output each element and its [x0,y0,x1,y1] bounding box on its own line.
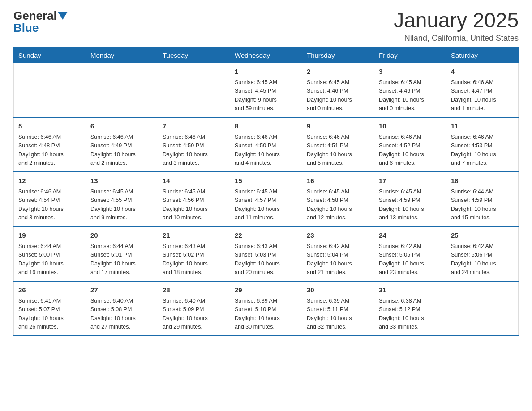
calendar-cell: 15Sunrise: 6:45 AMSunset: 4:57 PMDayligh… [230,172,302,227]
day-info: Sunrise: 6:46 AMSunset: 4:54 PMDaylight:… [18,188,81,223]
day-info: Sunrise: 6:46 AMSunset: 4:48 PMDaylight:… [18,133,81,168]
col-friday: Friday [374,47,446,63]
calendar-cell: 25Sunrise: 6:42 AMSunset: 5:06 PMDayligh… [446,227,519,281]
day-number: 2 [307,67,369,77]
day-number: 21 [163,231,225,241]
day-info: Sunrise: 6:46 AMSunset: 4:50 PMDaylight:… [235,133,297,168]
day-number: 24 [379,231,442,241]
day-info: Sunrise: 6:45 AMSunset: 4:57 PMDaylight:… [235,188,297,223]
day-number: 14 [163,176,225,186]
calendar-cell: 1Sunrise: 6:45 AMSunset: 4:45 PMDaylight… [230,63,302,117]
calendar-table: Sunday Monday Tuesday Wednesday Thursday… [13,47,519,336]
day-number: 26 [18,285,81,295]
day-info: Sunrise: 6:39 AMSunset: 5:11 PMDaylight:… [307,297,369,332]
calendar-cell: 7Sunrise: 6:46 AMSunset: 4:50 PMDaylight… [158,117,230,172]
day-info: Sunrise: 6:46 AMSunset: 4:49 PMDaylight:… [90,133,153,168]
header-row: Sunday Monday Tuesday Wednesday Thursday… [14,47,519,63]
day-info: Sunrise: 6:44 AMSunset: 5:01 PMDaylight:… [90,242,153,277]
col-saturday: Saturday [446,47,519,63]
day-number: 31 [379,285,442,295]
calendar-cell: 30Sunrise: 6:39 AMSunset: 5:11 PMDayligh… [302,281,374,336]
day-number: 27 [90,285,153,295]
title-section: January 2025 Niland, California, United … [394,9,519,43]
col-thursday: Thursday [302,47,374,63]
day-info: Sunrise: 6:42 AMSunset: 5:06 PMDaylight:… [451,242,514,277]
calendar-cell [158,63,230,117]
day-number: 3 [379,67,442,77]
day-info: Sunrise: 6:45 AMSunset: 4:45 PMDaylight:… [235,78,297,113]
col-tuesday: Tuesday [158,47,230,63]
day-info: Sunrise: 6:45 AMSunset: 4:56 PMDaylight:… [163,188,225,223]
calendar-cell: 11Sunrise: 6:46 AMSunset: 4:53 PMDayligh… [446,117,519,172]
calendar-cell: 2Sunrise: 6:45 AMSunset: 4:46 PMDaylight… [302,63,374,117]
day-info: Sunrise: 6:46 AMSunset: 4:52 PMDaylight:… [379,133,442,168]
day-number: 6 [90,121,153,132]
calendar-cell: 29Sunrise: 6:39 AMSunset: 5:10 PMDayligh… [230,281,302,336]
calendar-cell: 22Sunrise: 6:43 AMSunset: 5:03 PMDayligh… [230,227,302,281]
day-number: 1 [235,67,297,77]
day-info: Sunrise: 6:45 AMSunset: 4:58 PMDaylight:… [307,188,369,223]
calendar-cell: 31Sunrise: 6:38 AMSunset: 5:12 PMDayligh… [374,281,446,336]
day-number: 20 [90,231,153,241]
logo-blue: Blue [13,21,39,35]
calendar-cell: 23Sunrise: 6:42 AMSunset: 5:04 PMDayligh… [302,227,374,281]
day-number: 11 [451,121,514,132]
day-number: 22 [235,231,297,241]
col-monday: Monday [86,47,158,63]
day-number: 10 [379,121,442,132]
day-info: Sunrise: 6:39 AMSunset: 5:10 PMDaylight:… [235,297,297,332]
day-info: Sunrise: 6:46 AMSunset: 4:51 PMDaylight:… [307,133,369,168]
calendar-cell: 9Sunrise: 6:46 AMSunset: 4:51 PMDaylight… [302,117,374,172]
calendar-cell: 21Sunrise: 6:43 AMSunset: 5:02 PMDayligh… [158,227,230,281]
day-info: Sunrise: 6:46 AMSunset: 4:47 PMDaylight:… [451,78,514,113]
day-number: 8 [235,121,297,132]
day-info: Sunrise: 6:40 AMSunset: 5:09 PMDaylight:… [163,297,225,332]
day-info: Sunrise: 6:42 AMSunset: 5:04 PMDaylight:… [307,242,369,277]
svg-marker-0 [58,12,68,20]
day-number: 29 [235,285,297,295]
day-number: 25 [451,231,514,241]
calendar-week-1: 1Sunrise: 6:45 AMSunset: 4:45 PMDaylight… [14,63,519,117]
calendar-cell: 27Sunrise: 6:40 AMSunset: 5:08 PMDayligh… [86,281,158,336]
page-header: General Blue January 2025 Niland, Califo… [13,9,519,43]
col-wednesday: Wednesday [230,47,302,63]
calendar-cell: 20Sunrise: 6:44 AMSunset: 5:01 PMDayligh… [86,227,158,281]
day-number: 4 [451,67,514,77]
calendar-cell: 14Sunrise: 6:45 AMSunset: 4:56 PMDayligh… [158,172,230,227]
calendar-cell: 12Sunrise: 6:46 AMSunset: 4:54 PMDayligh… [14,172,86,227]
day-number: 30 [307,285,369,295]
calendar-cell: 13Sunrise: 6:45 AMSunset: 4:55 PMDayligh… [86,172,158,227]
calendar-cell: 24Sunrise: 6:42 AMSunset: 5:05 PMDayligh… [374,227,446,281]
calendar-week-4: 19Sunrise: 6:44 AMSunset: 5:00 PMDayligh… [14,227,519,281]
calendar-cell: 4Sunrise: 6:46 AMSunset: 4:47 PMDaylight… [446,63,519,117]
day-info: Sunrise: 6:45 AMSunset: 4:46 PMDaylight:… [379,78,442,113]
calendar-week-3: 12Sunrise: 6:46 AMSunset: 4:54 PMDayligh… [14,172,519,227]
day-number: 23 [307,231,369,241]
logo-triangle-icon [58,12,68,20]
day-info: Sunrise: 6:42 AMSunset: 5:05 PMDaylight:… [379,242,442,277]
day-number: 28 [163,285,225,295]
calendar-cell [86,63,158,117]
day-number: 15 [235,176,297,186]
day-number: 13 [90,176,153,186]
day-number: 12 [18,176,81,186]
day-info: Sunrise: 6:40 AMSunset: 5:08 PMDaylight:… [90,297,153,332]
day-info: Sunrise: 6:46 AMSunset: 4:53 PMDaylight:… [451,133,514,168]
day-info: Sunrise: 6:45 AMSunset: 4:46 PMDaylight:… [307,78,369,113]
day-number: 17 [379,176,442,186]
col-sunday: Sunday [14,47,86,63]
location: Niland, California, United States [394,34,519,43]
calendar-cell: 16Sunrise: 6:45 AMSunset: 4:58 PMDayligh… [302,172,374,227]
calendar-cell: 6Sunrise: 6:46 AMSunset: 4:49 PMDaylight… [86,117,158,172]
calendar-cell: 26Sunrise: 6:41 AMSunset: 5:07 PMDayligh… [14,281,86,336]
day-number: 5 [18,121,81,132]
day-number: 18 [451,176,514,186]
logo: General Blue [13,9,68,35]
day-number: 16 [307,176,369,186]
day-info: Sunrise: 6:44 AMSunset: 4:59 PMDaylight:… [451,188,514,223]
calendar-week-2: 5Sunrise: 6:46 AMSunset: 4:48 PMDaylight… [14,117,519,172]
calendar-cell: 28Sunrise: 6:40 AMSunset: 5:09 PMDayligh… [158,281,230,336]
day-info: Sunrise: 6:38 AMSunset: 5:12 PMDaylight:… [379,297,442,332]
day-info: Sunrise: 6:41 AMSunset: 5:07 PMDaylight:… [18,297,81,332]
calendar-cell: 18Sunrise: 6:44 AMSunset: 4:59 PMDayligh… [446,172,519,227]
